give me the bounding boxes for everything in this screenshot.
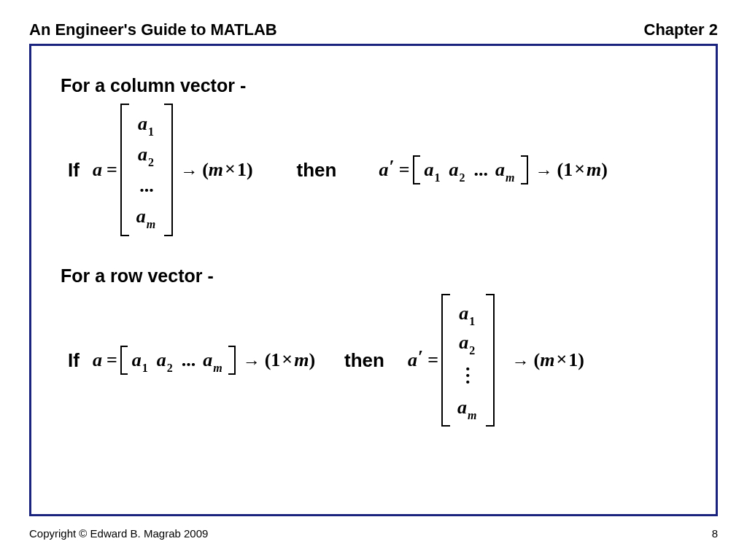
page-number: 8 <box>712 527 718 540</box>
if-keyword: If <box>68 349 80 372</box>
var-a-transpose: a <box>379 159 388 181</box>
vertical-dots-icon: ... <box>465 361 471 381</box>
column-vector-bracket: a1 a2 ... am <box>441 294 494 427</box>
row-vector-bracket: a1 a2 ... am <box>120 346 236 375</box>
column-vector-equation: If a = a1 a2 ... am → (m×1) then a′ <box>68 104 686 236</box>
footer: Copyright © Edward B. Magrab 2009 8 <box>29 527 718 540</box>
var-a: a <box>93 159 102 181</box>
row-vector-equation: If a = a1 a2 ... am → (1×m) then a′ <box>68 294 686 427</box>
if-keyword: If <box>68 159 80 182</box>
copyright: Copyright © Edward B. Magrab 2009 <box>29 527 208 540</box>
equals: = <box>107 159 117 181</box>
var-a: a <box>93 349 102 371</box>
then-keyword: then <box>297 159 337 182</box>
then-keyword: then <box>344 349 384 372</box>
column-vector-heading: For a column vector - <box>61 75 686 96</box>
arrow-icon: → <box>512 352 530 372</box>
column-vector-bracket: a1 a2 ... am <box>120 104 173 236</box>
arrow-icon: → <box>243 352 260 372</box>
content-frame: For a column vector - If a = a1 a2 ... a… <box>29 44 718 516</box>
row-vector-bracket: a1 a2 ... am <box>413 155 528 184</box>
arrow-icon: → <box>535 162 553 182</box>
slide: An Engineer's Guide to MATLAB Chapter 2 … <box>0 0 747 560</box>
arrow-icon: → <box>180 162 198 182</box>
row-vector-heading: For a row vector - <box>61 265 686 287</box>
var-a-transpose: a <box>408 349 417 371</box>
chapter-label: Chapter 2 <box>644 20 718 39</box>
header: An Engineer's Guide to MATLAB Chapter 2 <box>29 20 718 39</box>
book-title: An Engineer's Guide to MATLAB <box>29 20 277 39</box>
